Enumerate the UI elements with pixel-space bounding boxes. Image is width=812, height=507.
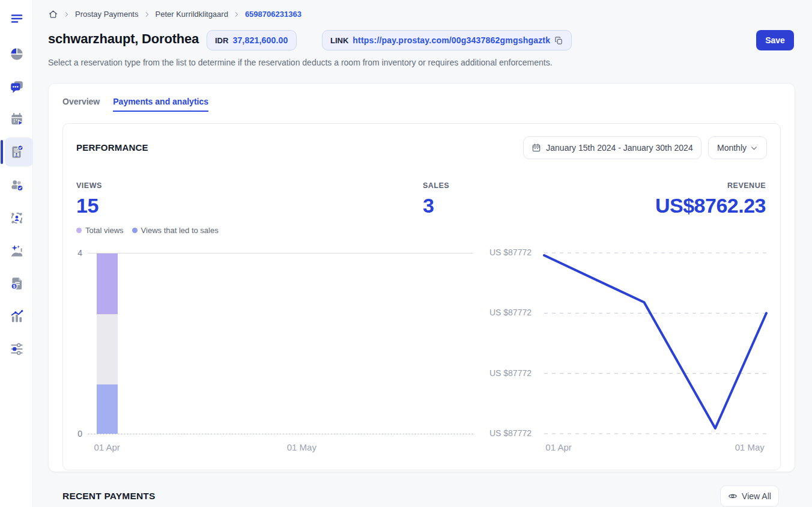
chevron-right-icon (234, 11, 240, 17)
pie-chart-icon[interactable] (0, 42, 33, 66)
analytics-chart-icon[interactable] (0, 305, 33, 329)
bar-segment-views-led-to-sales (97, 384, 118, 434)
chevron-right-icon (144, 11, 150, 17)
performance-panel: PERFORMANCE January 15th 2024 - January … (62, 123, 781, 470)
currency-badge-value: 37,821,600.00 (232, 35, 288, 45)
revenue-stat-value: US$8762.23 (655, 194, 766, 217)
breadcrumb-item-app[interactable]: Prostay Payments (75, 10, 139, 19)
copy-icon[interactable] (554, 36, 563, 45)
bar-segment-total-views (97, 253, 118, 314)
views-stacked-bar (97, 253, 118, 434)
currency-badge-label: IDR (215, 36, 228, 45)
x-axis-label: 01 Apr (94, 442, 120, 452)
invoice-dollar-icon[interactable]: $ (0, 272, 33, 296)
date-range-value: January 15th 2024 - January 30th 2024 (546, 143, 692, 153)
home-icon[interactable] (48, 9, 58, 19)
recent-payments-title: RECENT PAYMENTS (62, 491, 156, 502)
tab-payments-analytics[interactable]: Payments and analytics (113, 97, 208, 112)
tab-bar: Overview Payments and analytics (62, 97, 208, 112)
views-legend: Total views Views that led to sales (76, 226, 219, 235)
line-chart-gridline-label: US $87772 (486, 247, 532, 257)
bar-chart-ytick-min: 0 (69, 429, 82, 439)
x-axis-label: 01 Apr (545, 442, 571, 452)
person-network-icon[interactable] (0, 206, 33, 230)
svg-text:$: $ (13, 284, 15, 289)
line-chart-gridline-label: US $87772 (486, 308, 532, 317)
chevron-down-icon (750, 144, 758, 152)
x-axis-label: 01 May (287, 442, 317, 452)
date-range-picker[interactable]: January 15th 2024 - January 30th 2024 (523, 136, 701, 159)
legend-views-led-to-sales-label: Views that led to sales (141, 226, 219, 235)
tab-overview[interactable]: Overview (62, 97, 100, 112)
line-chart-x-axis: 01 Apr01 May (544, 442, 766, 454)
calendar-icon (532, 143, 541, 153)
line-chart-gridline-label: US $87772 (486, 368, 532, 378)
legend-total-views: Total views (76, 226, 124, 235)
chevron-right-icon (64, 11, 70, 17)
revenue-stat-label: REVENUE (727, 181, 766, 190)
sales-stat-value: 3 (423, 194, 434, 217)
view-all-button[interactable]: View All (720, 485, 779, 507)
menu-icon[interactable] (0, 7, 33, 31)
legend-views-led-to-sales: Views that led to sales (132, 226, 219, 235)
legend-total-views-label: Total views (85, 226, 124, 235)
payment-link-label: LINK (330, 36, 348, 45)
legend-dot-views-led-to-sales (132, 228, 138, 233)
currency-badge[interactable]: IDR 37,821,600.00 (207, 30, 297, 50)
breadcrumb-item-id[interactable]: 6598706231363 (245, 10, 301, 19)
calendar-play-icon[interactable] (0, 108, 33, 132)
revenue-line-chart (544, 253, 766, 434)
granularity-value: Monthly (717, 143, 747, 153)
bar-segment-other-views (97, 314, 118, 384)
users-check-icon[interactable] (0, 173, 33, 197)
bar-chart-ytick-max: 4 (69, 248, 82, 258)
views-stat-label: VIEWS (76, 181, 102, 190)
save-button[interactable]: Save (756, 30, 794, 50)
bar-chart-x-axis: 01 Apr01 May (88, 442, 473, 454)
payment-link-badge[interactable]: LINK https://pay.prostay.com/00g3437862g… (322, 30, 572, 50)
sales-stat-label: SALES (423, 181, 449, 190)
sidebar: $ (0, 0, 33, 507)
performance-title: PERFORMANCE (76, 142, 148, 153)
eye-icon (728, 491, 738, 501)
magic-sparkles-icon[interactable] (0, 239, 33, 263)
page-subtitle: Select a reservation type from the list … (48, 58, 553, 67)
page-title: schwarzhaupt, Dorothea (48, 31, 199, 47)
chat-icon[interactable] (0, 74, 33, 99)
breadcrumb-item-customer[interactable]: Peter Kurrildklitgaard (156, 10, 228, 19)
views-stat-value: 15 (76, 194, 98, 217)
guest-document-icon[interactable] (0, 140, 33, 164)
filter-sliders-icon[interactable] (0, 337, 33, 361)
granularity-dropdown[interactable]: Monthly (708, 136, 767, 159)
payment-link-url[interactable]: https://pay.prostay.com/00g3437862gmgshg… (353, 35, 550, 45)
view-all-label: View All (742, 491, 771, 501)
line-chart-gridline-label: US $87772 (486, 428, 532, 438)
breadcrumb: Prostay Payments Peter Kurrildklitgaard … (48, 9, 301, 19)
legend-dot-total-views (76, 228, 82, 233)
x-axis-label: 01 May (735, 442, 765, 452)
views-bar-chart (88, 253, 473, 434)
